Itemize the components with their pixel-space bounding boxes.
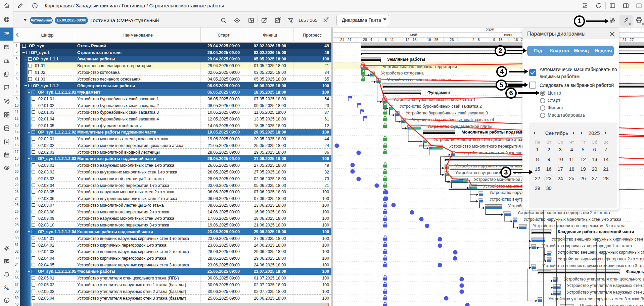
svg-text:A: A xyxy=(5,140,8,144)
svg-text:A: A xyxy=(6,287,9,291)
